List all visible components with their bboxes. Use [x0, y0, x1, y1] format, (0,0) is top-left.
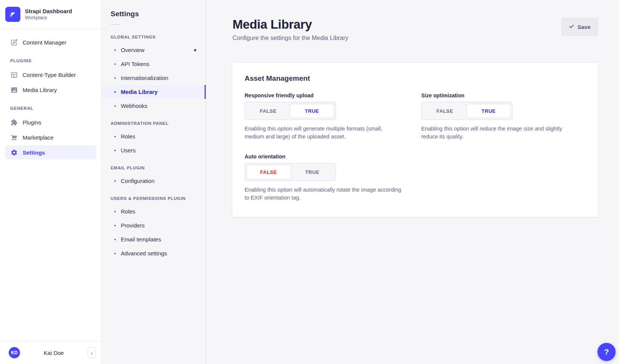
field-label: Responsive friendly upload [245, 92, 409, 98]
subnav-item-overview[interactable]: Overview [102, 43, 206, 57]
subnav-item-label: Providers [121, 222, 145, 229]
bullet-dot [114, 91, 116, 93]
puzzle-icon [10, 118, 18, 126]
gear-icon [10, 149, 18, 156]
field-size-optimization: Size optimization FALSE TRUE Enabling th… [421, 92, 586, 141]
sidebar-item-label: Settings [23, 149, 45, 156]
subnav-item-label: Roles [121, 208, 135, 215]
subnav-item-label: Internationalization [121, 75, 168, 81]
help-button[interactable]: ? [597, 343, 616, 361]
workspace-brand[interactable]: Strapi Dashboard Workplace [0, 0, 101, 29]
brand-subtitle: Workplace [25, 15, 72, 21]
sidebar-item-media-library[interactable]: Media Library [5, 83, 96, 97]
sidebar-item-label: Content Manager [23, 39, 66, 46]
bullet-dot [114, 136, 116, 137]
subnav-item-email-templates[interactable]: Email templates [102, 232, 206, 246]
subnav-section-email-plugin: EMAIL PLUGIN [102, 157, 206, 174]
responsive-friendly-upload-toggle: FALSE TRUE [245, 102, 336, 120]
subnav-item-label: Media Library [121, 89, 158, 95]
brand-text: Strapi Dashboard Workplace [25, 8, 72, 21]
subnav-item-advanced-settings[interactable]: Advanced settings [102, 246, 206, 260]
subnav-item-webhooks[interactable]: Webhooks [102, 99, 206, 113]
subnav-item-label: API Tokens [121, 61, 149, 67]
brand-title: Strapi Dashboard [25, 8, 72, 15]
subnav-item-label: Roles [121, 133, 135, 140]
sidebar-item-label: Content-Type Builder [23, 72, 76, 78]
notification-dot [194, 49, 196, 51]
bullet-dot [114, 253, 116, 254]
save-button[interactable]: Save [562, 18, 598, 36]
page-header: Media Library Configure the settings for… [233, 0, 598, 41]
bullet-dot [114, 180, 116, 182]
fields-grid: Responsive friendly upload FALSE TRUE En… [245, 92, 586, 202]
subnav-item-internationalization[interactable]: Internationalization [102, 71, 206, 85]
toggle-option-false[interactable]: FALSE [246, 104, 290, 118]
bullet-dot [114, 211, 116, 212]
pen-icon [10, 38, 18, 46]
field-responsive-friendly-upload: Responsive friendly upload FALSE TRUE En… [245, 92, 409, 141]
check-icon [569, 24, 574, 30]
subnav-item-media-library[interactable]: Media Library [102, 85, 206, 99]
subnav-item-label: Advanced settings [121, 250, 167, 256]
bullet-dot [114, 150, 116, 151]
subnav-item-label: Email templates [121, 236, 161, 243]
auto-orientation-toggle: FALSE TRUE [245, 163, 336, 181]
nav-section-plugins: PLUGINS [0, 50, 101, 67]
sidebar-item-label: Media Library [23, 87, 57, 93]
user-name: Kai Doe [20, 350, 88, 356]
subnav-item-admin-users[interactable]: Users [102, 143, 206, 157]
toggle-option-true[interactable]: TRUE [291, 165, 334, 179]
subnav-section-users-permissions-plugin: USERS & PERMISSIONS PLUGIN [102, 188, 206, 204]
subnav-item-api-tokens[interactable]: API Tokens [102, 57, 206, 71]
bullet-dot [114, 77, 116, 79]
settings-subnav: Settings GLOBAL SETTINGS Overview API To… [102, 0, 206, 364]
layout-icon [10, 71, 18, 78]
bullet-dot [114, 239, 116, 240]
sidebar-item-plugins[interactable]: Plugins [5, 115, 96, 129]
collapse-sidebar-button[interactable]: ‹ [88, 347, 96, 358]
sidebar-item-settings[interactable]: Settings [5, 145, 96, 160]
save-button-label: Save [577, 24, 591, 30]
subnav-item-providers[interactable]: Providers [102, 218, 206, 232]
cart-icon [10, 134, 18, 141]
image-icon [10, 86, 18, 94]
question-mark-icon: ? [604, 347, 609, 356]
field-hint: Enabling this option will generate multi… [245, 125, 403, 141]
bullet-dot [114, 105, 116, 107]
toggle-option-false[interactable]: FALSE [423, 104, 467, 118]
subnav-item-label: Configuration [121, 178, 154, 184]
subnav-title: Settings [102, 10, 206, 18]
subnav-section-administration-panel: ADMINISTRATION PANEL [102, 113, 206, 129]
subnav-item-label: Webhooks [121, 103, 148, 109]
strapi-logo-icon [5, 7, 20, 22]
field-hint: Enabling this option will reduce the ima… [421, 125, 580, 141]
size-optimization-toggle: FALSE TRUE [421, 102, 513, 120]
main-content: Media Library Configure the settings for… [206, 0, 619, 364]
field-hint: Enabling this option will automatically … [245, 186, 403, 202]
field-label: Auto orientation [245, 154, 409, 160]
sidebar-item-content-type-builder[interactable]: Content-Type Builder [5, 68, 96, 82]
toggle-option-true[interactable]: TRUE [467, 104, 511, 118]
asset-management-card: Asset Management Responsive friendly upl… [233, 63, 598, 217]
main-nav-list: Content Manager PLUGINS Content-Type Bui… [0, 29, 101, 341]
main-sidebar: Strapi Dashboard Workplace Content Manag… [0, 0, 102, 364]
field-label: Size optimization [421, 92, 586, 98]
subnav-item-up-roles[interactable]: Roles [102, 204, 206, 218]
sidebar-item-marketplace[interactable]: Marketplace [5, 130, 96, 144]
toggle-option-false[interactable]: FALSE [246, 165, 291, 179]
bullet-dot [114, 49, 116, 51]
card-title: Asset Management [245, 74, 586, 83]
subnav-item-admin-roles[interactable]: Roles [102, 129, 206, 143]
sidebar-item-content-manager[interactable]: Content Manager [5, 35, 96, 49]
chevron-left-icon: ‹ [91, 350, 93, 356]
bullet-dot [114, 63, 116, 65]
subnav-item-email-configuration[interactable]: Configuration [102, 174, 206, 188]
user-menu[interactable]: KD Kai Doe ‹ [0, 341, 101, 364]
sidebar-item-label: Plugins [23, 119, 41, 126]
sidebar-item-label: Marketplace [23, 134, 54, 141]
avatar: KD [9, 347, 20, 358]
subnav-item-label: Users [121, 147, 136, 154]
page-title: Media Library [233, 17, 348, 32]
bullet-dot [114, 225, 116, 226]
toggle-option-true[interactable]: TRUE [290, 104, 334, 118]
